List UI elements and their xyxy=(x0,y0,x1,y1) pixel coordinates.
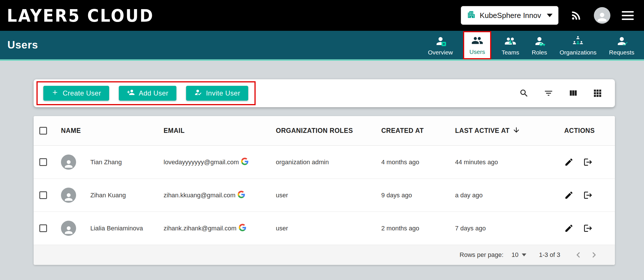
chevron-down-icon xyxy=(547,14,553,17)
user-created-at: 4 months ago xyxy=(381,159,455,166)
tab-label: Users xyxy=(469,48,485,55)
topbar-right-cluster: KubeSphere Innov xyxy=(461,6,634,25)
user-org-roles: organization admin xyxy=(276,159,381,166)
previous-page-icon[interactable] xyxy=(574,251,582,259)
table-row: Lialia Beniaminova zihank.zihank@gmail.c… xyxy=(34,212,615,245)
tab-label: Roles xyxy=(532,49,547,56)
google-icon xyxy=(238,191,245,200)
tab-label: Overview xyxy=(428,49,453,56)
search-icon[interactable] xyxy=(519,88,529,98)
org-switcher-dropdown[interactable]: KubeSphere Innov xyxy=(461,6,559,25)
person-add-icon xyxy=(127,88,135,98)
person-dashboard-icon xyxy=(434,35,447,47)
pagination-range: 1-3 of 3 xyxy=(539,251,560,259)
google-icon xyxy=(239,224,246,233)
tab-requests[interactable]: Requests xyxy=(607,35,637,59)
table-view-controls xyxy=(519,88,602,98)
tab-overview[interactable]: Overview xyxy=(426,35,455,59)
edit-user-icon[interactable] xyxy=(564,157,574,167)
top-app-bar: LAYER5 CLOUD KubeSphere Innov xyxy=(0,0,644,31)
sort-desc-arrow-icon[interactable] xyxy=(512,126,520,136)
google-icon xyxy=(241,158,248,167)
select-all-checkbox[interactable] xyxy=(39,127,47,135)
org-switcher-label: KubeSphere Innov xyxy=(480,11,541,20)
invite-user-button[interactable]: Invite User xyxy=(186,86,248,101)
columns-icon[interactable] xyxy=(568,88,578,98)
tab-organizations[interactable]: Organizations xyxy=(557,35,599,59)
tab-label: Teams xyxy=(502,49,519,56)
edit-user-icon[interactable] xyxy=(564,224,574,233)
avatar xyxy=(61,155,76,170)
plus-icon xyxy=(51,89,59,98)
column-header-email[interactable]: EMAIL xyxy=(164,127,276,135)
users-toolbar: Create User Add User Invite User xyxy=(34,79,615,107)
person-key-icon xyxy=(533,35,546,47)
teams-group-icon xyxy=(504,35,517,47)
building-icon xyxy=(467,10,476,21)
user-email: lovedayyyyyyy@gmail.com xyxy=(164,159,239,166)
chevron-down-icon xyxy=(522,253,526,256)
user-name: Zihan Kuang xyxy=(90,192,126,199)
user-org-roles: user xyxy=(276,192,381,199)
rows-per-page-select[interactable]: 10 xyxy=(511,251,526,259)
tab-label: Requests xyxy=(609,49,634,56)
rss-feed-icon[interactable] xyxy=(570,9,582,22)
user-last-active-at: a day ago xyxy=(455,192,557,199)
row-checkbox[interactable] xyxy=(39,224,47,232)
tab-teams[interactable]: Teams xyxy=(499,35,521,59)
highlight-box-user-buttons: Create User Add User Invite User xyxy=(36,81,256,105)
table-row: Zihan Kuang zihan.kkuang@gmail.com user … xyxy=(34,179,615,212)
column-header-last-active-at[interactable]: LAST ACTIVE AT xyxy=(455,126,557,136)
user-created-at: 9 days ago xyxy=(381,192,455,199)
button-label: Add User xyxy=(139,89,168,97)
section-tabs: Overview Users Teams Roles Organizations xyxy=(426,31,637,59)
row-checkbox[interactable] xyxy=(39,191,47,199)
table-row: Tian Zhang lovedayyyyyyy@gmail.com organ… xyxy=(34,146,615,179)
person-invite-icon xyxy=(194,88,202,98)
user-email: zihank.zihank@gmail.com xyxy=(164,225,237,232)
column-header-created-at[interactable]: CREATED AT xyxy=(381,127,455,135)
user-name: Tian Zhang xyxy=(90,159,122,166)
remove-user-icon[interactable] xyxy=(583,157,593,167)
user-name: Lialia Beniaminova xyxy=(90,225,143,232)
user-org-roles: user xyxy=(276,225,381,232)
rows-per-page-value: 10 xyxy=(511,251,518,259)
user-avatar[interactable] xyxy=(594,7,610,24)
person-check-icon xyxy=(615,35,628,47)
org-hierarchy-icon xyxy=(571,35,584,47)
main-content: Create User Add User Invite User xyxy=(0,61,644,265)
column-header-actions: ACTIONS xyxy=(557,127,615,135)
avatar xyxy=(61,221,76,236)
avatar xyxy=(61,188,76,203)
user-last-active-at: 7 days ago xyxy=(455,225,557,232)
user-last-active-at: 44 minutes ago xyxy=(455,159,557,166)
column-header-organization-roles[interactable]: ORGANIZATION ROLES xyxy=(276,127,381,135)
create-user-button[interactable]: Create User xyxy=(43,86,109,101)
button-label: Invite User xyxy=(206,89,240,97)
remove-user-icon[interactable] xyxy=(583,190,593,200)
page-nav-bar: Users Overview Users Teams Roles xyxy=(0,31,644,61)
tab-users[interactable]: Users xyxy=(463,31,491,59)
tab-label: Organizations xyxy=(560,49,597,56)
table-header-row: NAME EMAIL ORGANIZATION ROLES CREATED AT… xyxy=(34,116,615,146)
user-email: zihan.kkuang@gmail.com xyxy=(164,192,235,199)
hamburger-menu-icon[interactable] xyxy=(622,11,634,20)
column-header-name[interactable]: NAME xyxy=(55,127,164,135)
pager-controls xyxy=(574,251,598,259)
rows-per-page-label: Rows per page: xyxy=(460,251,504,259)
page-title: Users xyxy=(7,39,38,51)
filter-icon[interactable] xyxy=(544,88,553,98)
table-pagination: Rows per page: 10 1-3 of 3 xyxy=(34,245,615,265)
layer5-cloud-logo[interactable]: LAYER5 CLOUD xyxy=(7,5,154,25)
row-checkbox[interactable] xyxy=(39,158,47,166)
button-label: Create User xyxy=(63,89,101,97)
grid-icon[interactable] xyxy=(593,88,602,98)
remove-user-icon[interactable] xyxy=(583,224,593,233)
users-table: NAME EMAIL ORGANIZATION ROLES CREATED AT… xyxy=(34,116,615,265)
people-icon xyxy=(471,35,484,46)
tab-roles[interactable]: Roles xyxy=(529,35,549,59)
add-user-button[interactable]: Add User xyxy=(119,86,176,101)
edit-user-icon[interactable] xyxy=(564,190,574,200)
user-created-at: 2 months ago xyxy=(381,225,455,232)
next-page-icon[interactable] xyxy=(590,251,598,259)
